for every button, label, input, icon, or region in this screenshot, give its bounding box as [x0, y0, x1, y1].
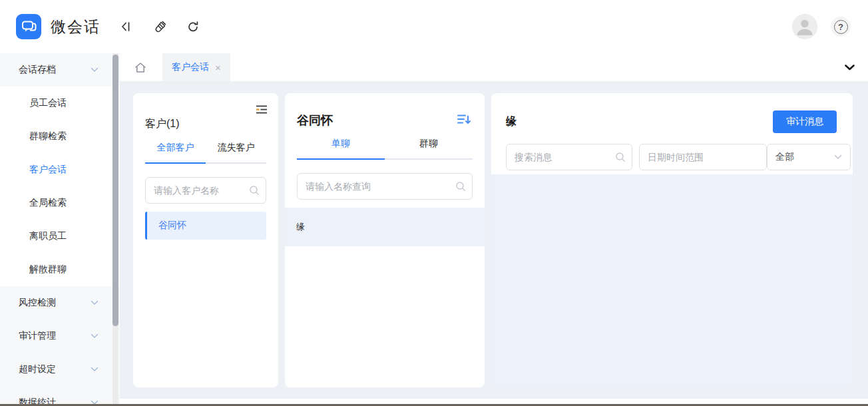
help-icon[interactable]: ? — [831, 17, 851, 37]
sidebar-item-group-chat-search[interactable]: 群聊检索 — [0, 120, 120, 153]
sidebar-item-audit-management[interactable]: 审计管理 — [0, 319, 120, 353]
audit-messages-button[interactable]: 审计消息 — [773, 110, 837, 133]
message-search-input[interactable] — [506, 144, 632, 170]
sidebar-item-label: 会话存档 — [19, 64, 56, 76]
header-toolbar — [119, 19, 200, 34]
session-search-input[interactable] — [297, 173, 473, 200]
home-icon[interactable] — [133, 60, 148, 75]
chevron-down-icon — [834, 154, 842, 160]
messages-panel: 缘 审计消息 全部 — [491, 93, 853, 387]
app-title: 微会话 — [51, 17, 101, 37]
close-icon[interactable]: × — [215, 63, 221, 73]
select-value: 全部 — [775, 151, 794, 163]
sessions-panel-header: 谷同怀 — [297, 112, 473, 128]
sidebar-submenu: 员工会话 群聊检索 客户会话 全局检索 离职员工 解散群聊 — [0, 87, 120, 286]
tab-bar: 客户会话 × — [120, 53, 868, 81]
sidebar-item-global-search[interactable]: 全局检索 — [0, 186, 120, 220]
sidebar-item-data-statistics[interactable]: 数据统计 — [0, 386, 120, 406]
app-body: 会话存档 员工会话 群聊检索 客户会话 全局检索 离职员工 解散群聊 风控检测 … — [0, 53, 868, 406]
sidebar-item-label: 风控检测 — [19, 297, 56, 309]
sidebar-item-resigned-employee[interactable]: 离职员工 — [0, 220, 120, 253]
chevron-down-icon — [91, 333, 99, 339]
tab-label: 客户会话 — [172, 61, 209, 73]
sort-descending-icon[interactable] — [455, 112, 473, 128]
customers-panel: 客户(1) 全部客户 流失客户 谷同怀 — [133, 93, 278, 387]
clean-brush-icon[interactable] — [152, 19, 167, 34]
sidebar-scrollbar-thumb[interactable] — [112, 55, 118, 326]
sidebar-item-session-archive[interactable]: 会话存档 — [0, 53, 120, 87]
customer-search-input[interactable] — [145, 177, 266, 204]
session-list-item[interactable]: 缘 — [285, 208, 485, 246]
user-avatar[interactable] — [792, 14, 817, 39]
messages-filters: 全部 — [506, 144, 837, 170]
date-range-input[interactable] — [639, 144, 767, 170]
app-logo-icon — [16, 14, 41, 39]
sidebar-item-employee-session[interactable]: 员工会话 — [0, 87, 120, 120]
customers-tabs: 全部客户 流失客户 — [145, 142, 266, 164]
sessions-panel: 谷同怀 单聊 群聊 — [285, 93, 485, 387]
sidebar-item-label: 审计管理 — [19, 330, 56, 342]
display-settings-icon[interactable] — [254, 103, 269, 118]
sidebar: 会话存档 员工会话 群聊检索 客户会话 全局检索 离职员工 解散群聊 风控检测 … — [0, 53, 120, 406]
customer-search — [145, 177, 266, 204]
chevron-down-icon — [91, 367, 99, 372]
chevron-down-icon — [91, 300, 99, 305]
app-window: 微会话 — [0, 0, 868, 406]
tab-group-chat[interactable]: 群聊 — [385, 138, 473, 158]
collapse-sidebar-icon[interactable] — [119, 19, 134, 34]
sessions-tabs: 单聊 群聊 — [297, 138, 473, 160]
sidebar-item-label: 超时设定 — [19, 363, 56, 375]
tab-more-chevron-down-icon[interactable] — [842, 53, 857, 81]
sessions-panel-title: 谷同怀 — [297, 112, 333, 128]
messages-panel-header: 缘 审计消息 — [506, 110, 837, 133]
sidebar-item-timeout-settings[interactable]: 超时设定 — [0, 353, 120, 386]
message-type-select[interactable]: 全部 — [767, 144, 851, 170]
tab-customer-session[interactable]: 客户会话 × — [162, 53, 230, 81]
sidebar-item-customer-session[interactable]: 客户会话 — [0, 153, 120, 186]
main-area: 客户会话 × — [120, 53, 868, 406]
message-search — [506, 144, 632, 170]
customers-panel-title: 客户(1) — [145, 117, 266, 131]
tab-lost-customers[interactable]: 流失客户 — [206, 142, 266, 162]
refresh-icon[interactable] — [186, 19, 200, 34]
chevron-down-icon — [91, 67, 99, 73]
header-right: ? — [792, 14, 851, 39]
tab-single-chat[interactable]: 单聊 — [297, 138, 385, 158]
message-list-area — [491, 174, 853, 387]
content-area: 客户(1) 全部客户 流失客户 谷同怀 — [120, 81, 868, 406]
customer-list-item[interactable]: 谷同怀 — [145, 212, 266, 240]
sidebar-item-disbanded-group[interactable]: 解散群聊 — [0, 253, 120, 286]
tab-all-customers[interactable]: 全部客户 — [145, 142, 206, 162]
bottom-strip — [120, 399, 868, 404]
sidebar-item-risk-detection[interactable]: 风控检测 — [0, 286, 120, 319]
app-header: 微会话 — [0, 0, 868, 53]
session-search — [297, 173, 473, 200]
messages-panel-title: 缘 — [506, 115, 517, 129]
